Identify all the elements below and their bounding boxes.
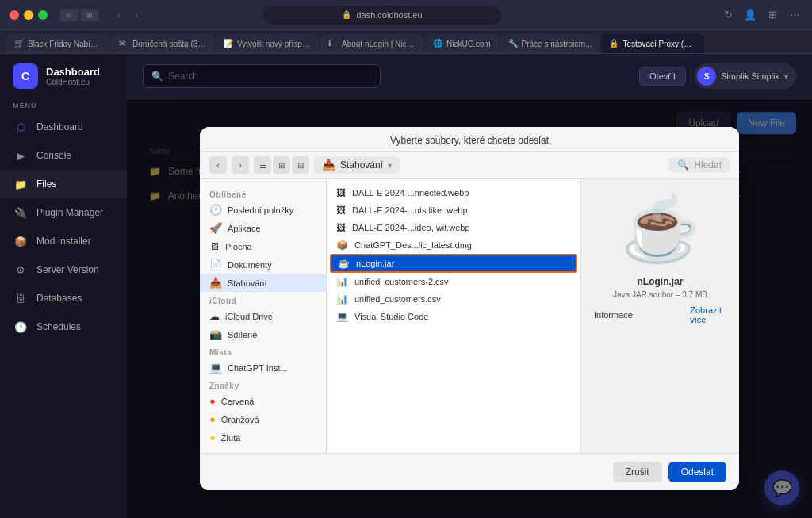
view-toggle[interactable]: ⊠	[81, 9, 98, 21]
sidebar-item-mod[interactable]: 📦 Mod Installer	[0, 227, 127, 255]
zluta-icon: ●	[209, 432, 216, 443]
sidebar-toggle[interactable]: ⊟	[60, 9, 78, 21]
close-button[interactable]	[10, 10, 19, 20]
dialog-search[interactable]: 🔍 Hledat	[669, 157, 730, 173]
list-item[interactable]: 📊 unified_customers-2.csv	[327, 273, 580, 290]
tab-favicon: 🌐	[433, 39, 442, 48]
sidebar-item-cervena[interactable]: ● Červená	[200, 392, 326, 410]
dialog-body: Oblíbené 🕐 Poslední položky 🚀 Aplikace 🖥	[200, 179, 739, 453]
dialog-location[interactable]: 📥 Stahování ▾	[314, 156, 400, 174]
sidebar-item-label: Mod Installer	[36, 236, 91, 247]
sidebar-item-posledni[interactable]: 🕐 Poslední položky	[200, 201, 326, 219]
sidebar-item-plocha[interactable]: 🖥 Plocha	[200, 237, 326, 255]
sidebar-item-dokumenty[interactable]: 📄 Dokumenty	[200, 255, 326, 274]
preview-more-button[interactable]: Zobrazit více	[690, 305, 726, 324]
list-item[interactable]: 🖼 DALL-E 2024-...nnected.webp	[327, 184, 580, 201]
sidebar-item-label: iCloud Drive	[225, 312, 273, 321]
menu-label: MENU	[0, 95, 127, 113]
tab-new-post[interactable]: 📝 Vytvořit nový příspě...	[216, 34, 319, 53]
share-icon[interactable]: ↻	[720, 7, 736, 23]
user-pill[interactable]: S Simplik Simplik ▾	[694, 63, 796, 89]
dialog-forward-button[interactable]: ›	[232, 156, 249, 174]
cancel-button[interactable]: Zrušit	[613, 462, 662, 482]
sidebar-item-stahovani[interactable]: 📥 Stahování	[200, 274, 326, 292]
tab-favicon: ✉	[119, 39, 128, 48]
sidebar-item-label: Dokumenty	[228, 260, 272, 270]
sidebar-title-sub: ColdHost.eu	[46, 78, 100, 86]
sidebar-header: C Dashboard ColdHost.eu	[0, 54, 127, 95]
sidebar-logo: C	[13, 63, 38, 89]
sidebar-item-zluta[interactable]: ● Žlutá	[200, 428, 326, 447]
dialog-search-placeholder: Hledat	[694, 159, 722, 171]
browser-content: C Dashboard ColdHost.eu MENU ⬡ Dashboard…	[0, 54, 812, 518]
sidebar-section-icloud: iCloud	[200, 292, 326, 307]
list-item[interactable]: 🖼 DALL-E 2024-...ideo, wit.webp	[327, 219, 580, 236]
file-label: Visual Studio Code	[354, 312, 428, 321]
preview-name: nLogin.jar	[638, 276, 684, 287]
preview-meta: Java JAR soubor – 3,7 MB	[613, 290, 707, 299]
dialog-title: Vyberte soubory, které chcete odeslat	[200, 127, 739, 152]
tab-favicon: 📝	[224, 39, 233, 48]
back-arrow[interactable]: ‹	[111, 7, 127, 23]
open-button[interactable]: Otevřít	[639, 67, 686, 86]
sidebar-item-oranzova[interactable]: ● Oranžová	[200, 410, 326, 428]
sidebar-item-label: Schedules	[36, 321, 81, 332]
dialog-back-button[interactable]: ‹	[209, 156, 227, 174]
list-item[interactable]: 📦 ChatGPT_Des...lic_latest.dmg	[327, 236, 580, 254]
sidebar-item-schedules[interactable]: 🕐 Schedules	[0, 313, 127, 341]
send-button[interactable]: Odeslat	[668, 462, 726, 482]
sidebar-item-label: Plugin Manager	[36, 207, 103, 218]
sidebar-item-label: Poslední položky	[228, 205, 293, 215]
preview-icon: ☕	[621, 192, 700, 267]
minimize-button[interactable]	[24, 10, 33, 20]
file-icon: 🖼	[336, 222, 346, 233]
sidebar-item-console[interactable]: ▶ Console	[0, 141, 127, 170]
list-item[interactable]: 💻 Visual Studio Code	[327, 308, 580, 325]
server-icon: ⚙	[13, 262, 29, 278]
tab-prace[interactable]: 🔧 Práce s nástrojem...	[500, 34, 600, 53]
maximize-button[interactable]	[38, 10, 48, 20]
dokumenty-icon: 📄	[209, 259, 222, 271]
sidebar-item-dashboard[interactable]: ⬡ Dashboard	[0, 113, 127, 141]
file-label: unified_customers.csv	[354, 294, 441, 304]
sidebar-item-sdilene[interactable]: 📸 Sdílené	[200, 325, 326, 343]
file-picker-dialog: Vyberte soubory, které chcete odeslat ‹ …	[200, 127, 739, 490]
tab-black-friday[interactable]: 🛒 Black Friday Nabídka	[6, 34, 109, 53]
menu-icon[interactable]: ⋯	[787, 7, 802, 23]
dialog-list-view-button[interactable]: ☰	[254, 156, 271, 174]
list-item-selected[interactable]: ☕ nLogin.jar	[330, 254, 577, 273]
forward-arrow[interactable]: ›	[128, 7, 144, 23]
tab-testovaci[interactable]: 🔒 Testovací Proxy (Bu...	[601, 34, 704, 53]
sidebar-item-icloud-drive[interactable]: ☁ iCloud Drive	[200, 307, 326, 325]
tab-mail[interactable]: ✉ Doručená pošta (34...	[111, 34, 214, 53]
sidebar-item-label: Červená	[221, 397, 255, 406]
profile-icon[interactable]: 👤	[742, 7, 758, 23]
sidebar-item-plugin[interactable]: 🔌 Plugin Manager	[0, 198, 127, 227]
tab-about-nlogin[interactable]: ℹ About nLogin | Nick...	[320, 34, 423, 53]
list-item[interactable]: 🖼 DALL-E 2024-...nts like .webp	[327, 201, 580, 219]
header-right: Otevřít S Simplik Simplik ▾	[639, 63, 796, 89]
dashboard-icon: ⬡	[13, 119, 29, 135]
dialog-grid-view-button[interactable]: ⊞	[273, 156, 290, 174]
search-input-container[interactable]: 🔍 Search	[143, 64, 381, 88]
extensions-icon[interactable]: ⊞	[764, 7, 780, 23]
file-label: nLogin.jar	[356, 259, 394, 268]
tab-favicon: ℹ	[328, 39, 338, 48]
dialog-view-extra-button[interactable]: ⊟	[292, 156, 309, 174]
tab-label: Black Friday Nabídka	[28, 40, 102, 48]
sidebar-item-chatgpt[interactable]: 💻 ChatGPT Inst...	[200, 359, 326, 377]
dialog-search-icon: 🔍	[677, 159, 689, 171]
sidebar-item-files[interactable]: 📁 Files	[0, 170, 127, 198]
file-icon: 🖼	[336, 187, 346, 198]
sidebar-item-databases[interactable]: 🗄 Databases	[0, 284, 127, 313]
location-folder-icon: 📥	[322, 159, 335, 171]
list-item[interactable]: 📊 unified_customers.csv	[327, 290, 580, 308]
dialog-footer: Zrušit Odeslat	[200, 453, 739, 490]
sidebar-item-aplikace[interactable]: 🚀 Aplikace	[200, 219, 326, 237]
url-bar[interactable]: 🔒 dash.coldhost.eu	[263, 6, 501, 25]
toolbar-icons: ↻ 👤 ⊞ ⋯	[720, 7, 802, 23]
tab-nickuc[interactable]: 🌐 NickUC.com	[425, 34, 499, 53]
sidebar-item-server[interactable]: ⚙ Server Version	[0, 255, 127, 284]
file-icon: ☕	[338, 258, 350, 269]
location-label: Stahování	[340, 159, 383, 171]
